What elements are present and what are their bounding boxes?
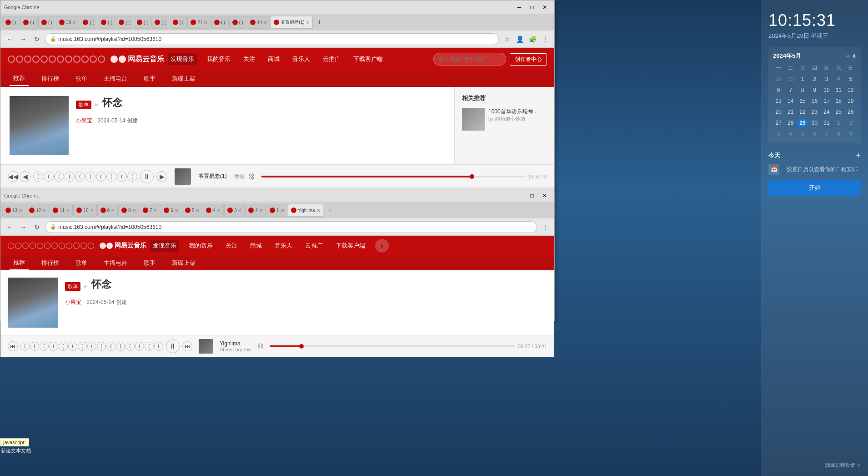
start-btn[interactable]: 开始: [768, 180, 861, 196]
nav-follow-2[interactable]: 关注: [223, 240, 240, 252]
maximize-btn-2[interactable]: □: [526, 191, 538, 201]
share-icon[interactable]: ⛓: [248, 173, 254, 180]
tab-2[interactable]: 2✕: [245, 204, 266, 217]
cal-day[interactable]: 2: [809, 74, 820, 84]
tab-item[interactable]: ( (: [134, 16, 151, 29]
ctrl-btn-2[interactable]: (: [154, 342, 163, 351]
cal-day[interactable]: 28: [785, 118, 796, 128]
cal-day[interactable]: 20: [773, 107, 784, 117]
reload-btn-2[interactable]: ↻: [31, 222, 42, 233]
cal-day[interactable]: 4: [833, 74, 844, 84]
cal-day[interactable]: 5: [797, 129, 808, 139]
tab-4[interactable]: 4✕: [203, 204, 224, 217]
pause-btn-1[interactable]: ⏸: [140, 170, 154, 183]
maximize-btn-1[interactable]: □: [526, 2, 538, 12]
subnav-recommend-2[interactable]: 推荐: [10, 256, 29, 270]
forward-btn-1[interactable]: →: [18, 34, 29, 45]
cal-day[interactable]: 1: [797, 74, 808, 84]
tab-item[interactable]: ( (: [151, 16, 169, 29]
ctrl-btn-2[interactable]: (: [106, 342, 115, 351]
cal-day[interactable]: 18: [833, 96, 844, 106]
share-icon-2[interactable]: ⛓: [257, 343, 263, 349]
tab-10[interactable]: 10✕: [73, 204, 96, 217]
search-input-1[interactable]: [433, 53, 506, 66]
new-tab-btn-2[interactable]: +: [325, 205, 336, 216]
address-box-1[interactable]: 🔒 music.163.com/#/playlist?id=1005056361…: [45, 33, 499, 45]
ctrl-btn[interactable]: (: [127, 172, 137, 182]
cal-next-btn[interactable]: ∧: [852, 52, 856, 60]
hide-schedule[interactable]: 隐藏日程设置 ∨: [768, 458, 861, 469]
cal-day[interactable]: 2: [845, 118, 856, 128]
address-box-2[interactable]: 🔒 music.163.com/#/playlist?id=1005056361…: [45, 221, 537, 233]
nav-discover[interactable]: 发现音乐: [168, 53, 197, 65]
ctrl-btn-2[interactable]: (: [145, 342, 154, 351]
subnav-singer-2[interactable]: 歌手: [140, 256, 159, 270]
tab-1[interactable]: 1✕: [266, 204, 287, 217]
cal-day[interactable]: 13: [773, 96, 784, 106]
ctrl-btn-2[interactable]: (: [97, 342, 106, 351]
progress-thumb-1[interactable]: [470, 174, 474, 179]
create-btn-1[interactable]: 创作者中心: [510, 53, 547, 66]
tab-item[interactable]: ( (: [115, 16, 133, 29]
bookmark-btn[interactable]: ☆: [502, 34, 512, 45]
tab-active-1[interactable]: 爷置棍老(1) ✕: [271, 16, 312, 29]
tab-12[interactable]: 12✕: [26, 204, 49, 217]
new-tab-btn-1[interactable]: +: [314, 17, 325, 28]
subnav-playlist-2[interactable]: 歌单: [72, 256, 91, 270]
extensions-btn[interactable]: 🧩: [527, 34, 538, 45]
prev-btn-1[interactable]: ◀◀: [8, 171, 19, 182]
ctrl-btn-2[interactable]: (: [59, 342, 68, 351]
ctrl-btn-2[interactable]: (: [135, 342, 144, 351]
ctrl-btn[interactable]: (: [54, 172, 64, 182]
nav-mymusic-2[interactable]: 我的音乐: [186, 240, 216, 252]
minimize-btn-2[interactable]: ─: [513, 191, 525, 201]
tab-3[interactable]: 3✕: [224, 204, 245, 217]
tab-item[interactable]: 21✕: [187, 16, 211, 29]
progress-bar-1[interactable]: [261, 176, 525, 177]
subnav-radio[interactable]: 主播电台: [100, 72, 131, 86]
ctrl-btn-2[interactable]: (: [78, 342, 87, 351]
nav-artist-2[interactable]: 音乐人: [272, 240, 295, 252]
ctrl-btn[interactable]: (: [44, 172, 54, 182]
subnav-singer[interactable]: 歌手: [140, 72, 159, 86]
ctrl-btn[interactable]: (: [65, 172, 75, 182]
ctrl-btn-2[interactable]: (: [40, 342, 49, 351]
ctrl-btn-2[interactable]: (: [125, 342, 135, 351]
cal-day[interactable]: 14: [785, 96, 796, 106]
cal-day[interactable]: 3: [821, 74, 832, 84]
ctrl-btn-2[interactable]: (: [87, 342, 96, 351]
nav-shop-2[interactable]: 商城: [247, 240, 265, 252]
cal-day[interactable]: 4: [785, 129, 796, 139]
wechat-icon[interactable]: 微信: [234, 173, 244, 180]
tab-5[interactable]: 5✕: [182, 204, 203, 217]
tab-6[interactable]: 6✕: [161, 204, 181, 217]
tab-item[interactable]: ( (: [38, 16, 55, 29]
next-btn-1[interactable]: ▶: [156, 171, 167, 182]
cal-day[interactable]: 25: [833, 107, 844, 117]
more-btn-2[interactable]: ›: [375, 239, 389, 253]
nav-cloud-2[interactable]: 云推广: [302, 240, 326, 252]
tab-item[interactable]: ( (: [170, 16, 187, 29]
cal-day[interactable]: 15: [797, 96, 808, 106]
tab-13[interactable]: 13✕: [2, 204, 25, 217]
tab-yighlima[interactable]: Yighlima ✕: [288, 204, 323, 217]
tab-item[interactable]: ( (: [80, 16, 97, 29]
forward-btn-2[interactable]: →: [18, 222, 29, 233]
cal-day[interactable]: 8: [833, 129, 844, 139]
next-btn-2[interactable]: ⏭: [182, 341, 192, 351]
menu-btn-1[interactable]: ⋮: [540, 34, 551, 45]
cal-prev-btn[interactable]: −: [846, 52, 850, 60]
tab-11[interactable]: 11✕: [50, 204, 73, 217]
cal-day[interactable]: 11: [833, 85, 844, 95]
cal-day[interactable]: 30: [785, 74, 796, 84]
progress-thumb-2[interactable]: [299, 344, 304, 349]
cal-day[interactable]: 31: [821, 118, 832, 128]
nav-download[interactable]: 下载客户端: [351, 53, 386, 65]
cal-day[interactable]: 24: [821, 107, 832, 117]
nav-discover-2[interactable]: 发现音乐: [150, 240, 179, 252]
nav-follow[interactable]: 关注: [241, 53, 258, 65]
cal-day[interactable]: 8: [797, 85, 808, 95]
pause-btn-2[interactable]: ⏸: [166, 339, 180, 353]
ctrl-btn-2[interactable]: (: [30, 342, 39, 351]
cal-day[interactable]: 1: [833, 118, 844, 128]
